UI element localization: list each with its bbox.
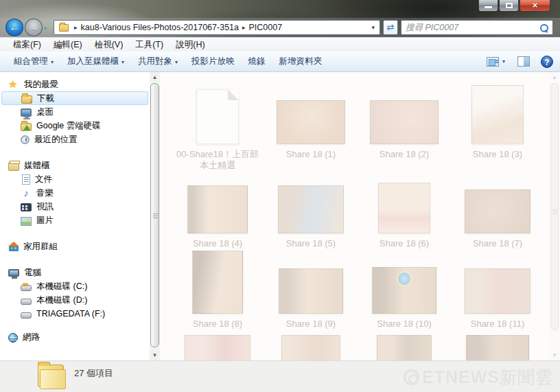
address-bar[interactable]: ▸ kau8-Various Files-Photos-2017067-351a… (54, 20, 380, 35)
address-dropdown-icon[interactable]: ▾ (369, 24, 377, 31)
scroll-up-icon[interactable]: ▲ (549, 72, 560, 82)
sidebar-item-network[interactable]: 網路 (0, 330, 150, 344)
photo-thumbnail (192, 251, 243, 314)
sidebar-scrollbar[interactable]: ▲ ▼ (150, 72, 160, 360)
file-item[interactable]: Share 18 (9) (264, 249, 358, 330)
menu-view[interactable]: 檢視(V) (89, 38, 130, 52)
sidebar-item-disk-c[interactable]: 本機磁碟 (C:) (0, 279, 150, 293)
scroll-down-icon[interactable]: ▼ (150, 350, 160, 360)
file-item[interactable]: Share 18 (7) (451, 181, 544, 249)
content-scrollbar[interactable]: ▲ ▼ (549, 72, 560, 360)
breadcrumb-current[interactable]: PIC0007 (249, 23, 283, 32)
photo-thumbnail (465, 189, 530, 233)
file-item[interactable]: Share 18 (11) (451, 249, 544, 330)
content-scrollbar-thumb[interactable] (550, 83, 559, 330)
sidebar-item-downloads[interactable]: 下載 (1, 91, 148, 105)
sidebar-item-recent-places[interactable]: 最近的位置 (0, 132, 150, 146)
sidebar-item-documents[interactable]: 文件 (0, 172, 150, 186)
file-item[interactable]: 00-Share18！上百部本土精選 (171, 79, 264, 171)
photo-thumbnail (281, 335, 340, 360)
file-item[interactable]: Share 18 (1) (264, 79, 358, 171)
search-box[interactable] (401, 20, 553, 35)
photo-thumbnail (372, 267, 436, 314)
maximize-button[interactable] (499, 0, 519, 12)
file-item[interactable] (358, 335, 451, 360)
desktop-icon (21, 108, 32, 117)
file-label: Share 18 (2) (380, 149, 429, 160)
file-item[interactable]: Share 18 (6) (358, 181, 451, 249)
file-item[interactable]: Share 18 (8) (171, 249, 264, 330)
file-item[interactable]: Share 18 (4) (171, 181, 264, 249)
file-grid-row (171, 335, 544, 360)
file-item[interactable]: Share 18 (5) (264, 181, 358, 249)
file-item[interactable]: Share 18 (3) (451, 79, 544, 171)
photo-thumbnail (185, 335, 250, 360)
sidebar-item-disk-d[interactable]: 本機磁碟 (D:) (0, 293, 150, 307)
search-input[interactable] (406, 23, 539, 32)
sidebar-gap (0, 146, 150, 159)
menu-help[interactable]: 說明(H) (170, 38, 211, 52)
preview-pane-button[interactable] (513, 54, 534, 69)
chevron-down-icon: ▾ (175, 59, 178, 65)
sidebar-item-favorites[interactable]: ★我的最愛 (0, 78, 150, 91)
computer-icon (8, 269, 19, 277)
documents-icon (22, 174, 30, 185)
scroll-up-icon[interactable]: ▲ (150, 72, 160, 82)
sidebar-item-libraries[interactable]: 媒體櫃 (0, 159, 150, 172)
sidebar-item-videos[interactable]: 視訊 (0, 200, 150, 214)
pictures-icon (21, 217, 32, 226)
sidebar-item-music[interactable]: ♪音樂 (0, 186, 150, 200)
navigation-pane: ★我的最愛 下載 桌面 Google 雲端硬碟 最近的位置 媒體櫃 文件 ♪音樂… (0, 72, 150, 360)
file-item[interactable]: Share 18 (10) (358, 249, 451, 330)
breadcrumb-arrow-icon[interactable]: ▸ (242, 24, 246, 31)
etnews-logo-icon (404, 369, 419, 385)
close-button[interactable]: × (520, 0, 550, 12)
help-button[interactable]: ? (541, 56, 553, 68)
photo-thumbnail (277, 100, 345, 144)
sidebar-item-desktop[interactable]: 桌面 (0, 105, 150, 119)
minimize-button[interactable] (478, 0, 498, 12)
window-controls: × (478, 0, 550, 12)
breadcrumb-arrow-icon[interactable]: ▸ (74, 24, 78, 31)
photo-thumbnail (279, 268, 343, 314)
sidebar-item-disk-f[interactable]: TRIAGEDATA (F:) (0, 307, 150, 321)
file-item[interactable] (264, 335, 358, 360)
back-button[interactable]: ← (5, 19, 23, 36)
refresh-button[interactable]: ⇄ (383, 20, 398, 35)
videos-icon (21, 203, 32, 211)
sidebar-scrollbar-thumb[interactable] (150, 83, 159, 347)
new-folder-button[interactable]: 新增資料夾 (272, 53, 329, 70)
sidebar-item-google-drive[interactable]: Google 雲端硬碟 (0, 119, 150, 132)
file-label: Share 18 (4) (193, 238, 242, 249)
forward-arrow-icon: → (25, 19, 42, 36)
navigation-bar: ← → ▾ ▸ kau8-Various Files-Photos-201706… (0, 18, 560, 37)
photo-thumbnail (466, 335, 529, 360)
burn-button[interactable]: 燒錄 (242, 53, 272, 70)
menu-tools[interactable]: 工具(T) (129, 38, 170, 52)
sidebar-gap (0, 227, 150, 240)
network-icon (8, 333, 18, 343)
history-dropdown-icon[interactable]: ▾ (44, 25, 47, 32)
file-item[interactable] (171, 335, 264, 360)
organize-button[interactable]: 組合管理▾ (7, 53, 60, 70)
file-list-area[interactable]: 00-Share18！上百部本土精選 Share 18 (1) Share 18… (160, 72, 549, 360)
scroll-down-icon[interactable]: ▼ (549, 350, 560, 360)
change-view-button[interactable]: ▾ (482, 55, 509, 69)
menu-bar: 檔案(F) 編輯(E) 檢視(V) 工具(T) 說明(H) (0, 37, 560, 51)
sidebar-item-computer[interactable]: 電腦 (0, 266, 150, 279)
file-label: 00-Share18！上百部本土精選 (174, 149, 261, 171)
folder-icon (38, 365, 64, 387)
menu-edit[interactable]: 編輯(E) (47, 38, 89, 52)
slideshow-button[interactable]: 投影片放映 (185, 53, 242, 70)
command-toolbar: 組合管理▾ 加入至媒體櫃▾ 共用對象▾ 投影片放映 燒錄 新增資料夾 ▾ ? (0, 51, 560, 72)
sidebar-item-homegroup[interactable]: 家用群組 (0, 240, 150, 253)
file-item[interactable] (451, 335, 544, 360)
sidebar-item-pictures[interactable]: 圖片 (0, 214, 150, 227)
menu-file[interactable]: 檔案(F) (7, 38, 47, 52)
add-to-library-button[interactable]: 加入至媒體櫃▾ (60, 53, 131, 70)
back-arrow-icon: ← (6, 19, 23, 36)
forward-button[interactable]: → (25, 19, 43, 36)
breadcrumb-root[interactable]: kau8-Various Files-Photos-2017067-351a (81, 23, 239, 32)
share-with-button[interactable]: 共用對象▾ (131, 53, 185, 70)
file-item[interactable]: Share 18 (2) (358, 79, 451, 171)
